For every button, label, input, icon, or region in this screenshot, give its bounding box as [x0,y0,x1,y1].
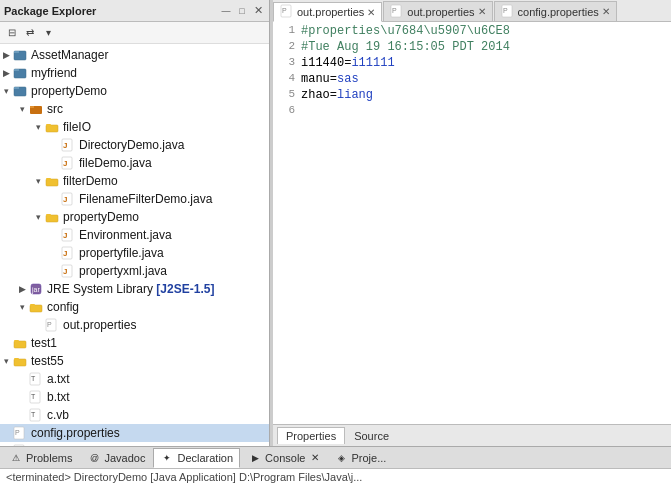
minimize-button[interactable]: — [219,4,233,18]
tree-item-jre[interactable]: ▶jarJRE System Library [J2SE-1.5] [0,280,269,298]
tree-item-filterDemo[interactable]: ▾filterDemo [0,172,269,190]
tree-item-propertyfile[interactable]: Jpropertyfile.java [0,244,269,262]
tree-item-label: propertyfile.java [79,246,164,260]
tree-item-icon-folder [44,119,60,135]
tree-item-icon-txt: T [28,407,44,423]
svg-rect-28 [30,305,42,312]
tree-item-icon-properties: P [12,425,28,441]
bottom-tab-icon-javadoc: @ [87,451,101,465]
package-tree[interactable]: ▶AssetManager▶myfriend▾propertyDemo▾src▾… [0,44,269,446]
explorer-toolbar: ⊟ ⇄ ▾ [0,22,269,44]
tree-item-cvb[interactable]: Tc.vb [0,406,269,424]
line-content [301,104,671,118]
svg-rect-5 [14,87,19,89]
editor-tab-1[interactable]: Pout.properties✕ [383,1,492,21]
bottom-tab-declaration[interactable]: ✦Declaration [153,448,240,468]
tree-expand-arrow[interactable]: ▾ [0,86,12,96]
editor-content[interactable]: 1#properties\u7684\u5907\u6CE82#Tue Aug … [273,22,671,424]
tree-item-icon-java: J [60,137,76,153]
code-comment: #Tue Aug 19 16:15:05 PDT 2014 [301,40,510,54]
code-line-3: 3i11440=i11111 [273,56,671,72]
editor-panel: Pout.properties✕Pout.properties✕Pconfig.… [273,0,671,446]
tree-item-label: test55 [31,354,64,368]
tree-expand-arrow[interactable]: ▾ [32,122,44,132]
tree-item-label: fileDemo.java [79,156,152,170]
tree-expand-arrow[interactable]: ▾ [32,176,44,186]
code-equals: = [330,88,337,102]
tree-expand-arrow[interactable]: ▾ [32,212,44,222]
tree-item-icon-txt: T [28,371,44,387]
code-value: i11111 [351,56,394,70]
svg-rect-33 [14,340,19,342]
bottom-tab-problems[interactable]: ⚠Problems [2,448,79,468]
tree-item-config[interactable]: ▾config [0,298,269,316]
bottom-tab-close[interactable]: ✕ [311,452,319,463]
bottom-tab-label: Javadoc [104,452,145,464]
svg-text:P: P [15,429,20,436]
tree-item-fileDemo[interactable]: JfileDemo.java [0,154,269,172]
tree-item-fileIO[interactable]: ▾fileIO [0,118,269,136]
tree-item-label: propertyxml.java [79,264,167,278]
tree-expand-arrow[interactable]: ▶ [0,68,12,78]
close-button[interactable]: ✕ [251,4,265,18]
tree-item-propertyDemoSub[interactable]: ▾propertyDemo [0,208,269,226]
svg-rect-32 [14,341,26,348]
tree-item-test1[interactable]: test1 [0,334,269,352]
maximize-button[interactable]: □ [235,4,249,18]
tab-label: out.properties [407,6,474,18]
editor-tab-0[interactable]: Pout.properties✕ [273,2,382,22]
tree-item-icon-src [28,101,44,117]
tree-item-DirectoryDemo[interactable]: JDirectoryDemo.java [0,136,269,154]
editor-bottom-tab-1[interactable]: Source [345,427,398,445]
collapse-all-button[interactable]: ⊟ [4,25,20,41]
bottom-tab-javadoc[interactable]: @Javadoc [80,448,152,468]
tree-item-icon-java: J [60,155,76,171]
bottom-tab-console[interactable]: ▶Console✕ [241,448,326,468]
tab-close-button[interactable]: ✕ [602,6,610,17]
tree-item-configProperties[interactable]: Pconfig.properties [0,424,269,442]
svg-rect-9 [46,124,51,126]
package-explorer-panel: Package Explorer — □ ✕ ⊟ ⇄ ▾ ▶AssetManag… [0,0,270,446]
line-number: 2 [273,40,301,52]
tree-item-src[interactable]: ▾src [0,100,269,118]
tree-expand-arrow[interactable]: ▾ [0,356,12,366]
link-editor-button[interactable]: ⇄ [22,25,38,41]
tree-expand-arrow[interactable]: ▶ [16,284,28,294]
editor-tab-2[interactable]: Pconfig.properties✕ [494,1,617,21]
tab-close-button[interactable]: ✕ [367,7,375,18]
tree-item-propertyDemo[interactable]: ▾propertyDemo [0,82,269,100]
tree-item-label: filterDemo [63,174,118,188]
tree-item-label: fileIO [63,120,91,134]
bottom-tab-icon-console: ▶ [248,451,262,465]
tab-label: out.properties [297,6,364,18]
tree-item-icon-jar: jar [28,281,44,297]
tree-item-FilenameFilterDemo[interactable]: JFilenameFilterDemo.java [0,190,269,208]
tree-item-assetmanager[interactable]: ▶AssetManager [0,46,269,64]
tree-item-myfriend[interactable]: ▶myfriend [0,64,269,82]
tree-item-atxt[interactable]: Ta.txt [0,370,269,388]
line-content: #Tue Aug 19 16:15:05 PDT 2014 [301,40,671,54]
svg-text:J: J [63,249,67,258]
code-key: manu [301,72,330,86]
tree-item-test55[interactable]: ▾test55 [0,352,269,370]
tree-expand-arrow[interactable]: ▾ [16,302,28,312]
code-line-2: 2#Tue Aug 19 16:15:05 PDT 2014 [273,40,671,56]
tab-icon-properties: P [390,4,404,20]
editor-bottom-tab-0[interactable]: Properties [277,427,345,444]
bottom-tab-proje[interactable]: ◈Proje... [327,448,393,468]
tree-item-icon-java: J [60,191,76,207]
tree-item-label: DirectoryDemo.java [79,138,184,152]
tree-item-propertyxml[interactable]: Jpropertyxml.java [0,262,269,280]
tree-item-btxt[interactable]: Tb.txt [0,388,269,406]
tree-item-icon-folder [28,299,44,315]
view-menu-button[interactable]: ▾ [40,25,56,41]
tree-item-label: b.txt [47,390,70,404]
tree-expand-arrow[interactable]: ▶ [0,50,12,60]
tab-close-button[interactable]: ✕ [478,6,486,17]
tree-item-Environment[interactable]: JEnvironment.java [0,226,269,244]
tree-item-outProperties[interactable]: Pout.properties [0,316,269,334]
editor-bottom-tabs: PropertiesSource [273,424,671,446]
svg-rect-14 [46,179,58,186]
tree-expand-arrow[interactable]: ▾ [16,104,28,114]
svg-text:P: P [503,7,508,14]
